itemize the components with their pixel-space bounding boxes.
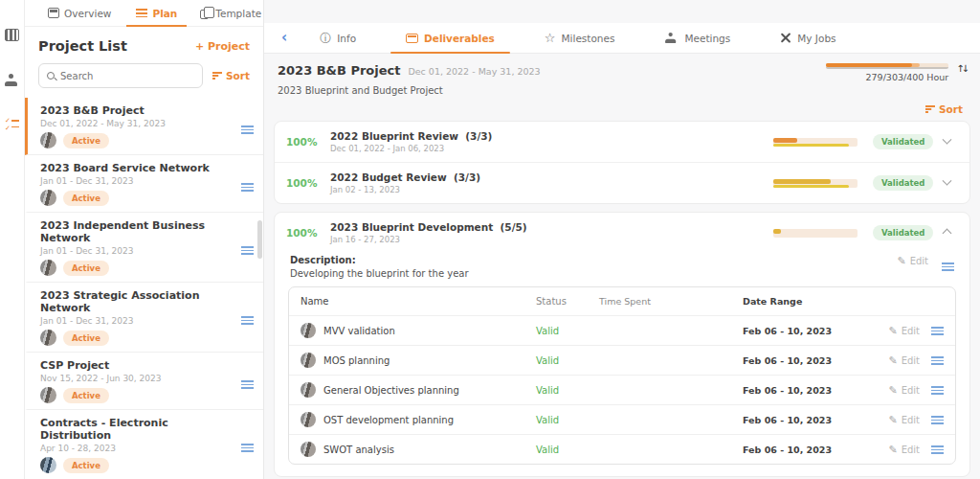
deliverable-dates: Dec 01, 2022 - Jan 06, 2023	[330, 144, 773, 153]
avatar	[40, 260, 56, 276]
menu-icon[interactable]	[931, 445, 944, 454]
deliverable-row[interactable]: 100% 2023 Blueprint Development (5/5) Ja…	[275, 213, 969, 253]
tab-overview[interactable]: Overview	[38, 0, 121, 26]
edit-button[interactable]: ✎ Edit	[897, 255, 928, 267]
search-box[interactable]	[38, 63, 203, 88]
deliverable-card-expanded: 100% 2023 Blueprint Development (5/5) Ja…	[274, 212, 970, 477]
status-badge: Active	[63, 458, 109, 473]
deliverable-row[interactable]: 100% 2022 Budget Review (3/3) Jan 02 - 1…	[275, 162, 969, 203]
project-item[interactable]: 2023 Independent Business Network Jan 01…	[25, 213, 263, 283]
tab-deliverables[interactable]: Deliverables	[381, 23, 520, 53]
edit-button[interactable]: ✎Edit	[888, 384, 920, 397]
avatar	[301, 442, 316, 457]
tab-meetings-label: Meetings	[684, 33, 730, 44]
deliverable-card: 100% 2022 Blueprint Review (3/3) Dec 01,…	[274, 121, 970, 204]
template-icon	[200, 10, 209, 19]
project-item[interactable]: 2023 B&B Project Dec 01, 2022 - May 31, …	[25, 98, 263, 155]
project-menu-icon[interactable]	[241, 246, 254, 255]
deliverable-row[interactable]: 100% 2022 Blueprint Review (3/3) Dec 01,…	[275, 122, 969, 162]
project-sort-button[interactable]: Sort	[212, 70, 250, 81]
tab-my-jobs[interactable]: My Jobs	[755, 23, 860, 53]
task-status: Valid	[536, 355, 599, 366]
project-menu-icon[interactable]	[241, 183, 254, 192]
status-badge: Active	[63, 133, 109, 148]
project-item[interactable]: 2023 Strategic Association Network Jan 0…	[25, 283, 263, 353]
tab-meetings[interactable]: Meetings	[639, 23, 755, 53]
project-item[interactable]: Contracts - Electronic Distribution Apr …	[25, 410, 263, 479]
edit-label: Edit	[902, 385, 920, 396]
project-subtitle: 2023 Blueprint and Budget Project	[278, 85, 826, 96]
col-name: Name	[301, 296, 536, 307]
sort-icon	[212, 72, 222, 80]
tab-plan[interactable]: Plan	[126, 0, 187, 26]
project-name: 2023 B&B Project	[40, 104, 241, 117]
table-row[interactable]: General Objectives planning Valid Feb 06…	[289, 375, 955, 404]
tab-milestones[interactable]: ☆ Milestones	[520, 23, 640, 53]
status-badge: Validated	[873, 175, 933, 191]
tab-plan-label: Plan	[152, 8, 177, 19]
pencil-icon: ✎	[888, 444, 897, 456]
back-chevron-icon[interactable]: ‹	[274, 31, 295, 45]
table-icon[interactable]	[5, 29, 19, 41]
project-menu-icon[interactable]	[241, 125, 254, 134]
avatar	[301, 323, 316, 338]
table-row[interactable]: OST development planning Valid Feb 06 - …	[289, 404, 955, 434]
project-list-scrollbar[interactable]	[257, 220, 262, 259]
project-dates: Jan 01 - Dec 31, 2023	[40, 246, 241, 256]
task-name: MOS planning	[323, 355, 390, 366]
chevron-down-icon[interactable]	[943, 175, 952, 185]
status-badge: Active	[63, 388, 109, 403]
team-icon[interactable]	[5, 74, 19, 86]
project-item[interactable]: CSP Project Nov 15, 2022 - Jun 30, 2023 …	[25, 353, 263, 410]
menu-icon[interactable]	[931, 327, 944, 335]
project-menu-icon[interactable]	[241, 444, 254, 452]
edit-button[interactable]: ✎Edit	[888, 414, 920, 426]
search-input[interactable]	[60, 71, 194, 81]
menu-icon[interactable]	[931, 416, 944, 424]
detail-tab-bar: ‹ ⓘ Info Deliverables ☆ Milestones Meeti…	[264, 23, 980, 54]
tab-info[interactable]: ⓘ Info	[295, 23, 381, 53]
project-name: CSP Project	[40, 359, 241, 372]
project-item[interactable]: 2023 Board Service Network Jan 01 - Dec …	[25, 155, 263, 213]
deliverable-name: 2022 Blueprint Review	[330, 130, 458, 142]
edit-button[interactable]: ✎Edit	[888, 354, 920, 367]
project-name: 2023 Strategic Association Network	[40, 289, 241, 314]
chevron-up-icon[interactable]	[943, 228, 952, 238]
table-row[interactable]: MVV validation Valid Feb 06 - 10, 2023 ✎…	[289, 315, 955, 345]
edit-button[interactable]: ✎Edit	[888, 444, 920, 456]
deliverable-count: (3/3)	[465, 130, 492, 142]
status-badge: Active	[63, 261, 109, 276]
avatar	[301, 382, 316, 398]
project-menu-icon[interactable]	[241, 380, 254, 389]
overview-icon	[48, 8, 59, 18]
chevron-down-icon[interactable]	[943, 134, 952, 144]
table-header-row: Name Status Time Spent Date Range	[289, 287, 955, 315]
avatar	[40, 457, 56, 473]
project-date-range: Dec 01, 2022 - May 31, 2023	[408, 66, 540, 77]
menu-icon[interactable]	[931, 386, 944, 395]
tools-icon	[780, 33, 791, 43]
edit-label: Edit	[902, 445, 920, 455]
deliverables-sort-button[interactable]: Sort	[925, 103, 963, 115]
search-icon	[47, 72, 55, 80]
table-row[interactable]: MOS planning Valid Feb 06 - 10, 2023 ✎Ed…	[289, 345, 955, 375]
project-dates: Dec 01, 2022 - May 31, 2023	[40, 119, 241, 128]
add-project-button[interactable]: + Project	[195, 40, 250, 53]
tasks-icon[interactable]	[5, 119, 19, 131]
description-text: Developing the blueprint for the year	[290, 268, 897, 279]
menu-icon[interactable]	[931, 356, 944, 365]
tab-template[interactable]: Template	[192, 0, 271, 26]
meetings-icon	[666, 33, 679, 43]
menu-icon[interactable]	[942, 262, 954, 271]
project-menu-icon[interactable]	[241, 316, 254, 325]
table-row[interactable]: SWOT analysis Valid Feb 06 - 10, 2023 ✎E…	[289, 434, 955, 464]
swap-arrows-icon[interactable]: ↑↓	[956, 63, 967, 74]
project-list: 2023 B&B Project Dec 01, 2022 - May 31, …	[25, 98, 263, 479]
deliverable-progress-bar	[773, 179, 858, 188]
col-date-range: Date Range	[743, 296, 877, 307]
progress-percent: 100%	[286, 177, 330, 189]
task-name: SWOT analysis	[323, 445, 394, 455]
edit-button[interactable]: ✎Edit	[888, 325, 920, 337]
edit-label: Edit	[902, 415, 920, 425]
project-list-title: Project List	[38, 38, 127, 54]
